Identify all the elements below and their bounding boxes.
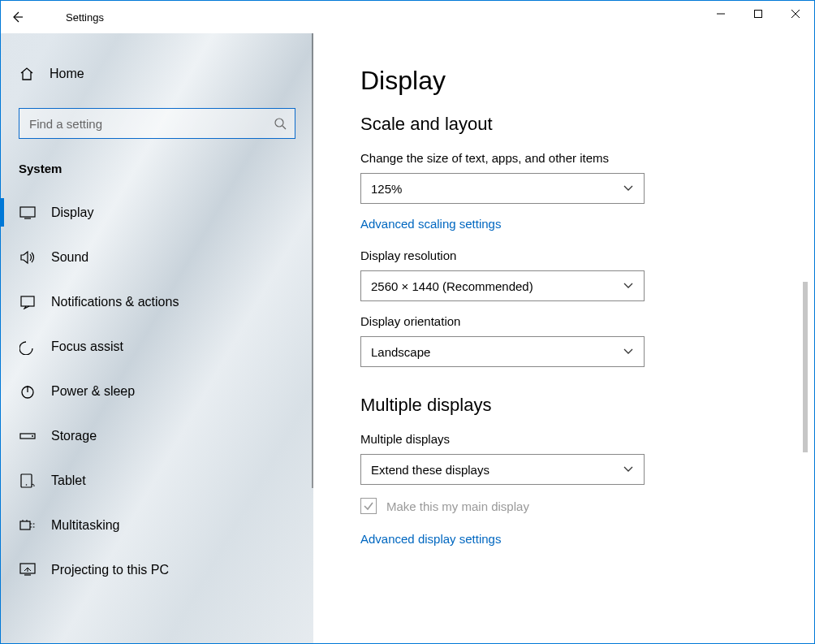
content-area: Home System bbox=[1, 33, 814, 643]
resolution-select[interactable]: 2560 × 1440 (Recommended) bbox=[360, 270, 645, 301]
sidebar-item-tablet[interactable]: Tablet bbox=[1, 458, 313, 503]
sidebar-item-label: Notifications & actions bbox=[51, 295, 179, 309]
orientation-label: Display orientation bbox=[360, 314, 814, 328]
svg-rect-0 bbox=[755, 11, 762, 18]
sidebar-item-label: Display bbox=[51, 205, 93, 220]
sidebar-item-multitasking[interactable]: Multitasking bbox=[1, 503, 313, 547]
chevron-down-icon bbox=[623, 184, 634, 192]
sound-icon bbox=[19, 250, 37, 265]
multiple-displays-select[interactable]: Extend these displays bbox=[360, 454, 645, 485]
close-button[interactable] bbox=[777, 1, 814, 27]
sidebar-item-label: Focus assist bbox=[51, 339, 123, 354]
svg-rect-3 bbox=[21, 296, 34, 306]
sidebar-item-notifications[interactable]: Notifications & actions bbox=[1, 279, 313, 324]
advanced-scaling-link[interactable]: Advanced scaling settings bbox=[360, 217, 501, 231]
resolution-value: 2560 × 1440 (Recommended) bbox=[371, 279, 533, 293]
svg-rect-2 bbox=[20, 207, 35, 217]
sidebar-item-sound[interactable]: Sound bbox=[1, 235, 313, 279]
multiple-value: Extend these displays bbox=[371, 463, 489, 477]
sidebar-item-label: Tablet bbox=[51, 473, 86, 488]
svg-point-8 bbox=[26, 484, 28, 486]
page-title: Display bbox=[360, 66, 814, 96]
resolution-label: Display resolution bbox=[360, 249, 814, 262]
maximize-button[interactable] bbox=[740, 1, 777, 27]
sidebar-item-power-sleep[interactable]: Power & sleep bbox=[1, 369, 313, 413]
category-heading: System bbox=[19, 162, 313, 175]
maximize-icon bbox=[753, 9, 763, 19]
orientation-select[interactable]: Landscape bbox=[360, 336, 645, 367]
main-display-checkbox-row: Make this my main display bbox=[360, 498, 814, 514]
home-icon bbox=[19, 66, 35, 82]
sidebar-item-storage[interactable]: Storage bbox=[1, 413, 313, 458]
tablet-icon bbox=[19, 473, 37, 488]
multiple-label: Multiple displays bbox=[360, 432, 814, 446]
minimize-icon bbox=[716, 9, 726, 19]
titlebar: Settings bbox=[1, 1, 814, 33]
close-icon bbox=[791, 9, 800, 19]
home-label: Home bbox=[50, 67, 84, 81]
check-icon bbox=[363, 500, 374, 512]
sidebar-item-projecting[interactable]: Projecting to this PC bbox=[1, 547, 313, 592]
arrow-left-icon bbox=[11, 11, 24, 24]
scale-value: 125% bbox=[371, 182, 402, 196]
sidebar-item-focus-assist[interactable]: Focus assist bbox=[1, 324, 313, 369]
search-input-wrap[interactable] bbox=[19, 108, 295, 139]
sidebar: Home System bbox=[1, 33, 313, 643]
chevron-down-icon bbox=[623, 348, 634, 356]
sidebar-item-label: Multitasking bbox=[51, 518, 119, 533]
svg-point-1 bbox=[275, 119, 283, 127]
chevron-down-icon bbox=[623, 465, 634, 473]
power-icon bbox=[19, 383, 37, 400]
storage-icon bbox=[19, 430, 37, 442]
search-icon bbox=[274, 117, 287, 130]
window-controls bbox=[702, 1, 814, 27]
sidebar-item-display[interactable]: Display bbox=[1, 190, 313, 235]
back-button[interactable] bbox=[1, 1, 33, 33]
scrollbar-thumb[interactable] bbox=[803, 282, 808, 452]
nav-list: Display Sound Notifications & actions bbox=[1, 190, 313, 592]
sidebar-item-label: Sound bbox=[51, 250, 88, 265]
sidebar-item-label: Power & sleep bbox=[51, 384, 135, 399]
svg-point-6 bbox=[32, 435, 33, 437]
chevron-down-icon bbox=[623, 282, 634, 290]
projecting-icon bbox=[19, 563, 37, 577]
display-icon bbox=[19, 206, 37, 219]
home-nav[interactable]: Home bbox=[1, 51, 313, 97]
main-scrollbar[interactable] bbox=[798, 33, 813, 643]
main-display-checkbox-label: Make this my main display bbox=[386, 499, 529, 513]
main-display-checkbox[interactable] bbox=[360, 498, 377, 514]
settings-window: Settings Home bbox=[0, 0, 815, 644]
focus-assist-icon bbox=[19, 339, 37, 355]
main-panel: Display Scale and layout Change the size… bbox=[313, 33, 814, 643]
scale-select[interactable]: 125% bbox=[360, 173, 645, 204]
notifications-icon bbox=[19, 295, 37, 309]
sidebar-item-label: Storage bbox=[51, 429, 97, 443]
window-title: Settings bbox=[66, 11, 104, 24]
advanced-display-link[interactable]: Advanced display settings bbox=[360, 532, 501, 546]
section-scale-layout: Scale and layout bbox=[360, 114, 814, 135]
sidebar-item-label: Projecting to this PC bbox=[51, 563, 169, 577]
scale-label: Change the size of text, apps, and other… bbox=[360, 151, 814, 165]
section-multiple-displays: Multiple displays bbox=[360, 395, 814, 416]
orientation-value: Landscape bbox=[371, 345, 430, 359]
multitasking-icon bbox=[19, 519, 37, 532]
svg-rect-9 bbox=[20, 521, 30, 529]
minimize-button[interactable] bbox=[702, 1, 740, 27]
search-input[interactable] bbox=[28, 116, 274, 132]
